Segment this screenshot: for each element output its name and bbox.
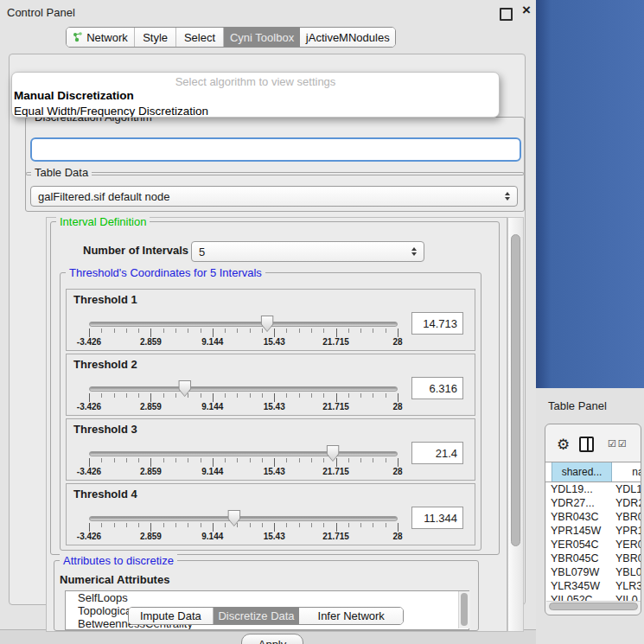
tab-infer-network[interactable]: Infer Network bbox=[299, 608, 403, 624]
thresholds-group: Threshold's Coordinates for 5 Intervals … bbox=[60, 272, 481, 551]
threshold-slider[interactable]: -3.4262.8599.14415.4321.71528 bbox=[89, 419, 398, 481]
apply-button[interactable]: Apply bbox=[241, 634, 303, 644]
slider-ticks bbox=[89, 393, 399, 402]
column-header-name[interactable]: na bbox=[612, 462, 641, 481]
number-of-intervals-combobox[interactable]: 5 bbox=[191, 241, 424, 262]
group-label: Interval Definition bbox=[56, 215, 150, 228]
table-row[interactable]: YLR345WYLR3 bbox=[546, 579, 641, 593]
table-cell: YBR043C bbox=[546, 510, 615, 524]
slider-track[interactable] bbox=[89, 386, 398, 392]
tick-label: 15.43 bbox=[264, 467, 285, 476]
combobox-value: galFiltered.sif default node bbox=[38, 190, 169, 203]
tab-label: Style bbox=[143, 31, 168, 44]
list-scrollbar[interactable] bbox=[458, 591, 470, 628]
horizontal-scrollbar[interactable] bbox=[546, 601, 641, 611]
tick-label: 9.144 bbox=[201, 337, 223, 347]
table-row[interactable]: YDR27...YDR2 bbox=[546, 496, 641, 510]
algorithm-combobox[interactable] bbox=[30, 137, 521, 162]
threshold-value-field[interactable]: 14.713 bbox=[411, 312, 463, 335]
tab-discretize-data[interactable]: Discretize Data bbox=[214, 608, 300, 624]
table-row[interactable]: YIL052CYIL0 bbox=[546, 593, 641, 601]
tab-label: Cyni Toolbox bbox=[230, 31, 294, 44]
table-cell: YIL052C bbox=[546, 593, 615, 601]
settings-viewport: Interval Definition Number of Intervals … bbox=[46, 217, 507, 632]
slider-track[interactable] bbox=[89, 451, 398, 456]
table-row[interactable]: YER054CYER0 bbox=[546, 538, 641, 552]
tick-label: 15.43 bbox=[264, 532, 285, 541]
tab-label: Discretize Data bbox=[218, 609, 294, 622]
float-window-icon[interactable] bbox=[500, 8, 513, 21]
threshold-value-field[interactable]: 11.344 bbox=[411, 507, 463, 529]
threshold-row: Threshold 4 -3.4262.8599.14415.4321.7152… bbox=[66, 483, 475, 545]
slider-tick-labels: -3.4262.8599.14415.4321.71528 bbox=[89, 532, 398, 540]
group-label: Threshold's Coordinates for 5 Intervals bbox=[66, 266, 265, 279]
table-cell: YDL1 bbox=[615, 482, 641, 496]
tick-label: 28 bbox=[392, 532, 402, 541]
tick-label: -3.426 bbox=[77, 532, 101, 541]
slider-track[interactable] bbox=[89, 322, 398, 327]
table-row[interactable]: YBR043CYBR0 bbox=[546, 510, 641, 524]
tick-label: 2.859 bbox=[140, 532, 162, 541]
table-cell: YER0 bbox=[615, 538, 641, 552]
table-cell: YBR045C bbox=[546, 552, 615, 565]
bottom-tab-bar: Impute Data Discretize Data Infer Networ… bbox=[128, 607, 404, 625]
tab-jactivemnodules[interactable]: jActiveMNodules bbox=[300, 28, 395, 47]
threshold-slider[interactable]: -3.4262.8599.14415.4321.71528 bbox=[89, 354, 398, 417]
tab-style[interactable]: Style bbox=[135, 28, 176, 47]
threshold-value-field[interactable]: 21.4 bbox=[411, 442, 463, 464]
tick-label: 9.144 bbox=[201, 402, 223, 411]
network-icon bbox=[73, 32, 83, 42]
dropdown-item-manual-discretization[interactable]: Manual Discretization bbox=[12, 88, 499, 104]
control-panel-window: Control Panel × Network Style Select Cyn… bbox=[0, 0, 536, 630]
select-columns-icon[interactable]: ☑☑ bbox=[608, 438, 628, 450]
tick-label: 2.859 bbox=[140, 402, 162, 411]
tick-label: -3.426 bbox=[77, 337, 101, 347]
table-row[interactable]: YPR145WYPR1 bbox=[546, 524, 641, 538]
network-window-frame: GAL80 G C GAL11 GAL4 GCY1 H HAP2 bbox=[536, 0, 644, 388]
table-row[interactable]: YBR045CYBR0 bbox=[546, 552, 641, 565]
table-body[interactable]: YDL19...YDL1YDR27...YDR2YBR043CYBR0YPR14… bbox=[546, 482, 641, 601]
split-columns-icon[interactable] bbox=[579, 437, 594, 452]
slider-track[interactable] bbox=[89, 516, 398, 521]
tick-label: 21.715 bbox=[322, 337, 349, 347]
table-cell: YPR1 bbox=[615, 524, 641, 538]
dropdown-placeholder: Select algorithm to view settings bbox=[12, 75, 499, 88]
numerical-attributes-label: Numerical Attributes bbox=[60, 573, 169, 586]
tab-network[interactable]: Network bbox=[67, 28, 135, 47]
table-row[interactable]: YBL079WYBL0 bbox=[546, 565, 641, 579]
tick-label: 9.144 bbox=[201, 532, 223, 541]
threshold-slider[interactable]: -3.4262.8599.14415.4321.71528 bbox=[89, 290, 398, 352]
scrollbar-thumb[interactable] bbox=[549, 603, 638, 610]
tab-label: Select bbox=[184, 31, 215, 44]
panel-title: Control Panel bbox=[7, 6, 75, 19]
tick-label: 21.715 bbox=[322, 402, 349, 411]
table-cell: YDR27... bbox=[546, 496, 615, 510]
table-cell: YBR0 bbox=[615, 510, 641, 524]
threshold-slider[interactable]: -3.4262.8599.14415.4321.71528 bbox=[89, 484, 398, 546]
spinner-arrows-icon bbox=[505, 192, 510, 201]
gear-icon[interactable]: ⚙ bbox=[557, 436, 570, 453]
list-item[interactable]: SelfLoops bbox=[66, 591, 469, 604]
threshold-row: Threshold 1 -3.4262.8599.14415.4321.7152… bbox=[66, 289, 475, 351]
tick-label: 21.715 bbox=[322, 532, 349, 541]
table-data-combobox[interactable]: galFiltered.sif default node bbox=[30, 186, 518, 207]
tab-select[interactable]: Select bbox=[176, 28, 223, 47]
tab-impute-data[interactable]: Impute Data bbox=[129, 608, 214, 624]
dropdown-item-equal-width[interactable]: Equal Width/Frequency Discretization bbox=[12, 104, 499, 118]
tab-cyni-toolbox[interactable]: Cyni Toolbox bbox=[224, 28, 301, 47]
vertical-scrollbar[interactable] bbox=[507, 217, 524, 632]
combobox-value: 5 bbox=[199, 245, 205, 258]
threshold-row: Threshold 2 -3.4262.8599.14415.4321.7152… bbox=[66, 354, 475, 416]
slider-tick-labels: -3.4262.8599.14415.4321.71528 bbox=[89, 402, 398, 411]
tick-label: 15.43 bbox=[264, 337, 285, 347]
table-cell: YBL0 bbox=[615, 565, 641, 579]
table-cell: YPR145W bbox=[546, 524, 615, 538]
close-icon[interactable]: × bbox=[522, 2, 531, 19]
table-row[interactable]: YDL19...YDL1 bbox=[546, 482, 641, 496]
threshold-value-field[interactable]: 6.316 bbox=[411, 377, 463, 399]
slider-tick-labels: -3.4262.8599.14415.4321.71528 bbox=[89, 467, 398, 475]
tick-label: -3.426 bbox=[77, 402, 101, 411]
column-header-shared-name[interactable]: shared... bbox=[552, 462, 612, 481]
scrollbar-thumb[interactable] bbox=[511, 234, 520, 546]
tab-label: Network bbox=[86, 31, 128, 44]
